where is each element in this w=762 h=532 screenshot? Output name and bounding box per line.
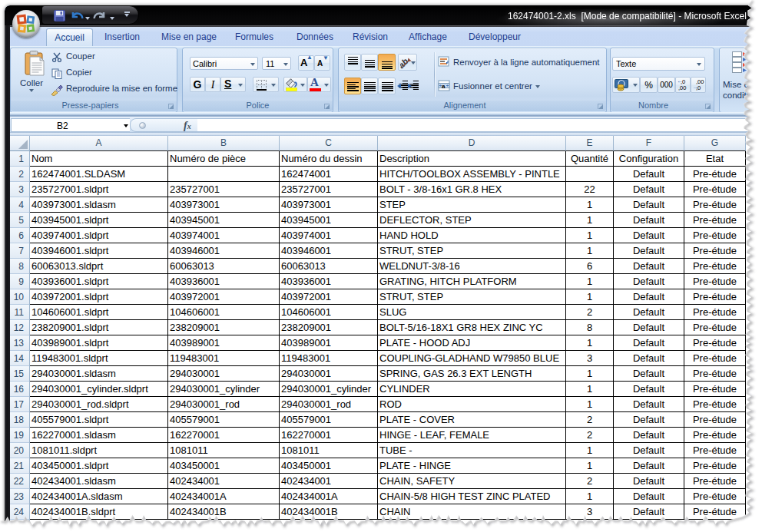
svg-text:ab: ab xyxy=(400,56,410,69)
svg-text:a: a xyxy=(442,83,446,90)
